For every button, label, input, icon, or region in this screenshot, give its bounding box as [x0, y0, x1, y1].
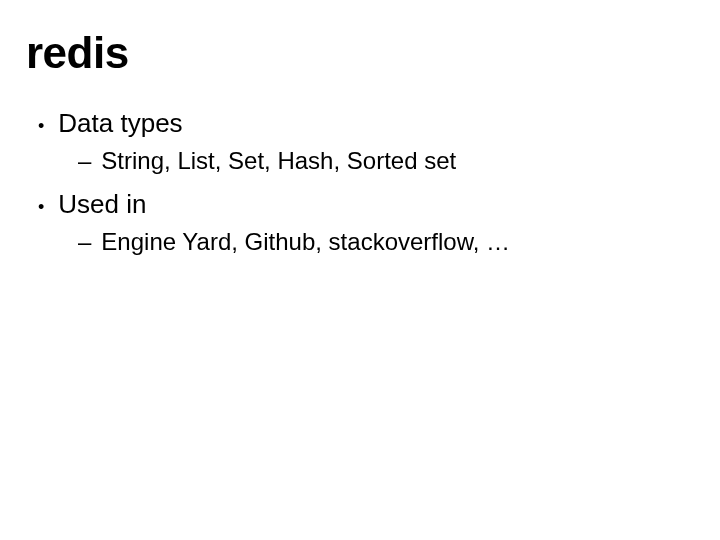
sub-bullet-label: Engine Yard, Github, stackoverflow, … [101, 228, 510, 256]
bullet-item: • Used in [38, 189, 694, 220]
bullet-label: Data types [58, 108, 182, 139]
bullet-dot-icon: • [38, 114, 44, 139]
sub-bullet-item: – String, List, Set, Hash, Sorted set [78, 147, 694, 175]
sub-bullet-item: – Engine Yard, Github, stackoverflow, … [78, 228, 694, 256]
bullet-dot-icon: • [38, 195, 44, 220]
bullet-dash-icon: – [78, 147, 91, 175]
bullet-item: • Data types [38, 108, 694, 139]
bullet-label: Used in [58, 189, 146, 220]
bullet-dash-icon: – [78, 228, 91, 256]
slide-title: redis [26, 28, 694, 78]
sub-bullet-label: String, List, Set, Hash, Sorted set [101, 147, 456, 175]
